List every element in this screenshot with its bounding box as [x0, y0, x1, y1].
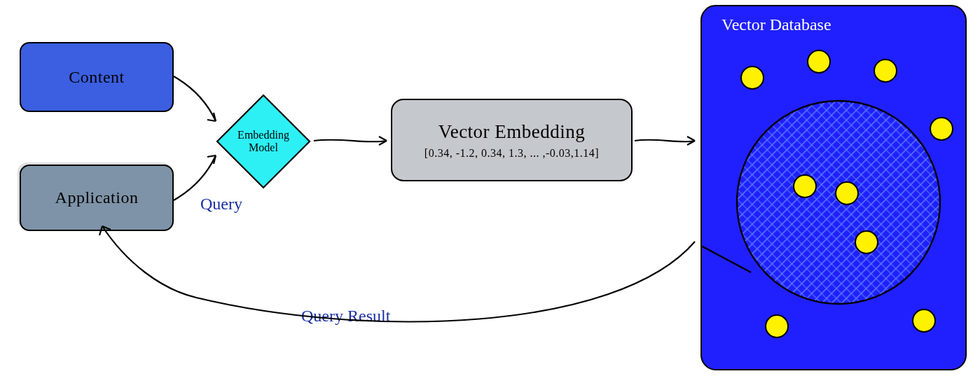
embedding-model-label: EmbeddingModel: [214, 92, 312, 190]
vector-point: [793, 174, 817, 198]
vector-embedding-title: Vector Embedding: [439, 121, 586, 143]
arrow-model-to-embedding: [312, 130, 395, 151]
vector-point: [835, 181, 859, 205]
vector-point: [807, 50, 831, 74]
embedding-model-diamond: EmbeddingModel: [214, 92, 312, 190]
vector-point: [855, 230, 878, 254]
vector-database-title: Vector Database: [722, 15, 831, 34]
application-box: Application: [20, 165, 174, 231]
vector-embedding-box: Vector Embedding [0.34, -1.2, 0.34, 1.3,…: [391, 99, 633, 181]
vector-point: [930, 117, 953, 141]
application-label: Application: [55, 188, 139, 207]
svg-point-4: [737, 101, 940, 304]
arrow-vdb-to-application: [84, 214, 715, 361]
vector-database-box: [701, 5, 967, 370]
vector-point: [912, 309, 936, 333]
vector-point: [740, 66, 764, 90]
vector-point: [874, 59, 897, 83]
query-result-label: Query Result: [301, 307, 390, 326]
content-box: Content: [20, 42, 174, 112]
query-label: Query: [200, 195, 242, 214]
vector-embedding-values: [0.34, -1.2, 0.34, 1.3, ... ,-0.03,1.14]: [425, 147, 599, 160]
content-label: Content: [69, 68, 125, 87]
arrow-embedding-to-vdb: [633, 130, 703, 151]
vector-point: [765, 314, 789, 338]
